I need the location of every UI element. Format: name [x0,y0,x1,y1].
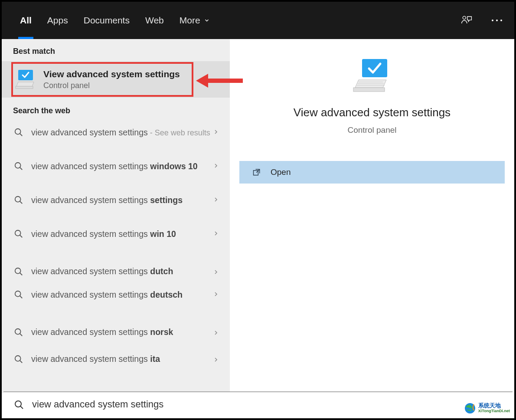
header-tabs: All Apps Documents Web More [20,2,210,39]
svg-rect-1 [18,70,33,80]
watermark: 系统天地 XiTongTianDi.net [464,403,510,414]
svg-line-7 [20,167,23,170]
search-input[interactable] [32,399,502,410]
open-icon [252,168,261,177]
preview-panel: View advanced system settings Control pa… [230,39,514,393]
svg-line-5 [20,134,23,136]
web-result-item[interactable]: view advanced system settings deutsch [2,285,230,318]
web-result-text: view advanced system settings settings [31,194,212,206]
best-match-result[interactable]: View advanced system settings Control pa… [2,61,230,98]
svg-rect-20 [362,59,387,77]
web-result-item[interactable]: view advanced system settings norsk [2,318,230,345]
web-result-text: view advanced system settings win 10 [31,228,212,240]
svg-point-0 [463,16,466,19]
watermark-en: XiTongTianDi.net [478,408,510,413]
chevron-right-icon [212,196,219,203]
web-result-text: view advanced system settings - See web … [31,127,212,138]
search-icon [14,267,23,276]
svg-point-30 [15,401,21,407]
svg-line-13 [20,273,23,276]
web-result-item[interactable]: view advanced system settings windows 10 [2,156,230,190]
best-match-label: Best match [2,39,230,61]
more-options-icon[interactable] [492,20,502,21]
web-results-list: view advanced system settings - See web … [2,121,230,372]
web-result-text: view advanced system settings windows 10 [31,161,212,172]
svg-line-31 [20,406,23,409]
tab-more[interactable]: More [180,2,210,39]
feedback-icon[interactable] [460,14,473,26]
open-action[interactable]: Open [239,161,505,184]
web-result-text: view advanced system settings deutsch [31,289,212,300]
web-result-item[interactable]: view advanced system settings win 10 [2,224,230,258]
svg-rect-3 [16,86,33,89]
globe-icon [464,403,476,414]
open-label: Open [271,167,291,177]
tab-more-label: More [180,15,200,26]
chevron-right-icon [212,291,219,298]
svg-point-18 [15,356,21,361]
svg-point-6 [15,163,21,168]
svg-line-17 [20,334,23,336]
svg-point-8 [15,197,21,202]
web-result-item[interactable]: view advanced system settings settings [2,190,230,224]
system-settings-icon [15,69,36,90]
search-icon [14,229,23,239]
svg-line-9 [20,201,23,204]
chevron-right-icon [212,162,219,169]
search-icon [14,354,23,364]
search-header: All Apps Documents Web More [2,2,514,39]
web-result-text: view advanced system settings norsk [31,326,212,338]
search-bar[interactable] [3,391,513,417]
header-actions [460,2,502,39]
chevron-right-icon [212,128,219,135]
tab-apps[interactable]: Apps [47,2,68,39]
web-result-item[interactable]: view advanced system settings - See web … [2,122,230,156]
chevron-right-icon [212,269,219,276]
web-result-text: view advanced system settings dutch [31,266,212,277]
tab-documents[interactable]: Documents [84,2,130,39]
preview-subtitle: Control panel [347,125,396,135]
svg-point-12 [15,268,21,274]
results-panel: Best match View advanced system settings… [2,39,230,393]
search-icon [14,161,23,171]
svg-line-19 [20,361,23,363]
tab-all[interactable]: All [20,2,32,39]
watermark-cn: 系统天地 [478,403,510,408]
search-icon [14,290,23,299]
svg-line-11 [20,235,23,238]
preview-title: View advanced system settings [294,106,451,119]
web-result-text: view advanced system settings ita [31,353,212,364]
svg-line-15 [20,296,23,299]
search-web-label: Search the web [2,98,230,121]
chevron-right-icon [212,230,219,237]
svg-point-16 [15,329,21,335]
web-result-item[interactable]: view advanced system settings ita [2,345,230,372]
chevron-down-icon [204,17,210,23]
preview-icon [353,58,392,93]
svg-marker-2 [16,82,34,86]
best-match-title: View advanced system settings [43,69,180,79]
search-icon [14,328,23,337]
search-icon [14,400,24,410]
best-match-text: View advanced system settings Control pa… [43,69,180,90]
svg-point-10 [15,230,21,236]
search-icon [14,128,23,137]
web-result-item[interactable]: view advanced system settings dutch [2,258,230,285]
svg-rect-22 [353,88,385,92]
search-icon [14,195,23,205]
chevron-right-icon [212,356,219,363]
svg-point-14 [15,291,21,297]
best-match-subtitle: Control panel [43,81,180,90]
chevron-right-icon [212,329,219,336]
svg-point-4 [15,129,21,135]
tab-web[interactable]: Web [145,2,164,39]
